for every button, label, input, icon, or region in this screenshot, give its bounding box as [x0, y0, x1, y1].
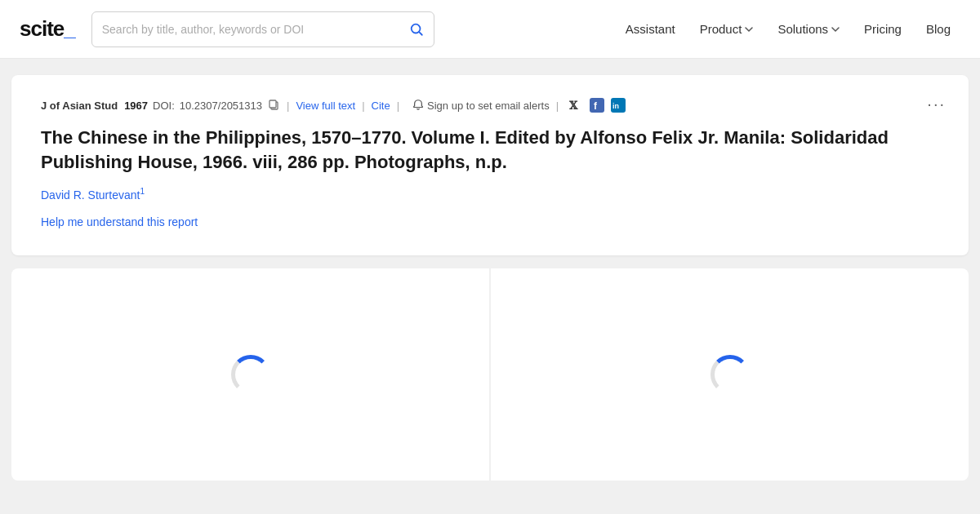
facebook-icon[interactable]: f: [590, 98, 604, 113]
meta-row: J of Asian Stud 1967 DOI: 10.2307/205131…: [41, 98, 939, 113]
loading-spinner-right: [710, 355, 750, 394]
chevron-down-icon: [831, 25, 840, 33]
view-full-text-link[interactable]: View full text: [296, 100, 355, 112]
twitter-icon[interactable]: 𝕏: [568, 98, 583, 113]
header: scite_ Assistant Product Solutions Prici…: [0, 0, 980, 59]
nav-item-solutions[interactable]: Solutions: [768, 16, 849, 42]
separator: |: [556, 100, 559, 112]
cite-link[interactable]: Cite: [372, 100, 390, 112]
article-title: The Chinese in the Philippines, 1570–177…: [41, 126, 939, 174]
svg-line-1: [419, 32, 422, 35]
loading-panel-right: [491, 268, 969, 481]
svg-rect-5: [590, 98, 604, 113]
doi-label: DOI:: [153, 100, 175, 112]
article-author[interactable]: David R. Sturtevant1: [41, 187, 939, 202]
main-content: ··· J of Asian Stud 1967 DOI: 10.2307/20…: [0, 59, 980, 514]
nav-item-blog[interactable]: Blog: [916, 16, 960, 42]
svg-rect-3: [270, 100, 276, 108]
separator: |: [397, 100, 399, 112]
nav-item-product[interactable]: Product: [690, 16, 764, 42]
sign-up-text: Sign up to set email alerts: [427, 100, 550, 112]
nav-item-assistant[interactable]: Assistant: [616, 16, 685, 42]
loading-row: [11, 268, 969, 481]
separator: |: [287, 100, 289, 112]
social-icons: 𝕏 f in: [568, 98, 626, 113]
journal-label: J of Asian Stud: [41, 100, 118, 112]
search-bar[interactable]: [91, 11, 434, 47]
copy-icon: [269, 100, 280, 111]
svg-text:in: in: [612, 102, 619, 110]
logo[interactable]: scite_: [20, 16, 75, 42]
separator: |: [362, 100, 364, 112]
chevron-down-icon: [745, 25, 753, 33]
article-card: ··· J of Asian Stud 1967 DOI: 10.2307/20…: [11, 75, 969, 255]
year-label: 1967: [124, 100, 148, 112]
bell-icon: [412, 99, 424, 113]
logo-underscore: _: [64, 16, 74, 41]
loading-spinner-left: [231, 355, 270, 394]
linkedin-icon[interactable]: in: [611, 98, 626, 113]
loading-panel-left: [11, 268, 491, 481]
copy-doi-button[interactable]: [269, 100, 280, 111]
more-options-button[interactable]: ···: [927, 95, 946, 113]
doi-value: 10.2307/2051313: [180, 100, 262, 112]
search-icon: [409, 22, 424, 37]
nav-item-pricing[interactable]: Pricing: [854, 16, 911, 42]
svg-text:𝕏: 𝕏: [569, 100, 578, 112]
logo-text: scite: [20, 16, 64, 41]
search-input[interactable]: [102, 23, 404, 36]
help-link[interactable]: Help me understand this report: [41, 215, 198, 228]
nav: Assistant Product Solutions Pricing Blog: [616, 16, 960, 42]
